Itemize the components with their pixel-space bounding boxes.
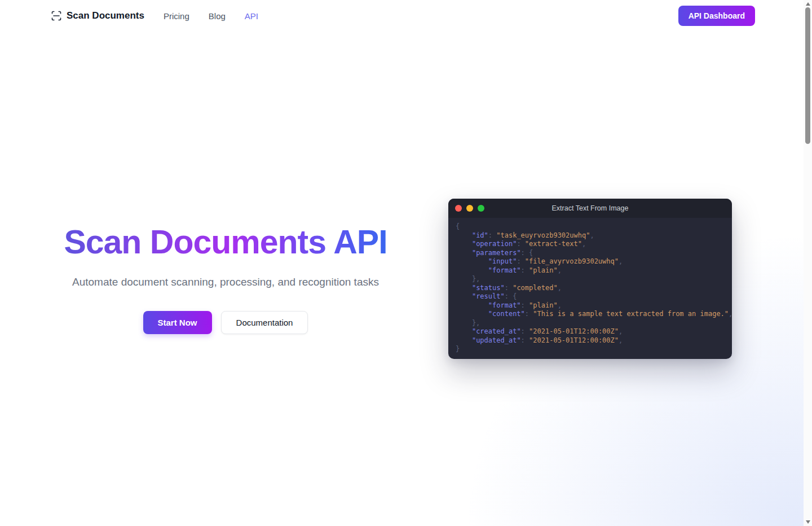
start-now-button[interactable]: Start Now <box>143 311 212 334</box>
code-line: "format": "plain", <box>456 266 732 275</box>
code-content: { "id": "task_euyrvozb9302uwhq", "operat… <box>448 218 732 358</box>
documentation-button[interactable]: Documentation <box>221 311 308 334</box>
code-line: "format": "plain", <box>456 301 732 310</box>
nav-link-blog[interactable]: Blog <box>209 11 226 21</box>
code-line: "status": "completed", <box>456 284 732 293</box>
code-line: "operation": "extract-text", <box>456 240 732 249</box>
hero-text-column: Scan Documents API Automate document sca… <box>50 223 401 335</box>
scrollbar-up-arrow-icon[interactable] <box>806 2 810 6</box>
page-title: Scan Documents API <box>50 223 401 262</box>
hero-subtitle: Automate document scanning, processing, … <box>50 276 401 288</box>
code-window-title: Extract Text From Image <box>448 204 732 212</box>
code-example-window: Extract Text From Image { "id": "task_eu… <box>448 199 732 359</box>
nav-link-pricing[interactable]: Pricing <box>164 11 189 21</box>
hero-section: Scan Documents API Automate document sca… <box>0 32 812 526</box>
hero-actions: Start Now Documentation <box>50 311 401 334</box>
code-line: "id": "task_euyrvozb9302uwhq", <box>456 231 732 240</box>
code-line: "updated_at": "2021-05-01T12:00:00Z", <box>456 336 732 345</box>
scan-icon <box>51 10 62 21</box>
code-line: }, <box>456 319 732 328</box>
code-line: }, <box>456 275 732 284</box>
api-dashboard-button[interactable]: API Dashboard <box>678 6 755 26</box>
code-line: "input": "file_avyrvozb9302uwhq", <box>456 257 732 266</box>
close-window-icon[interactable] <box>455 205 462 212</box>
code-line: "created_at": "2021-05-01T12:00:00Z", <box>456 327 732 336</box>
maximize-window-icon[interactable] <box>478 205 484 212</box>
traffic-lights <box>455 205 484 212</box>
minimize-window-icon[interactable] <box>466 205 473 212</box>
code-window-titlebar: Extract Text From Image <box>448 199 732 218</box>
code-line: { <box>456 222 732 231</box>
nav-link-api[interactable]: API <box>245 11 258 21</box>
scrollbar-thumb[interactable] <box>805 7 810 144</box>
code-line: "parameters": { <box>456 249 732 258</box>
brand-logo[interactable]: Scan Documents <box>51 10 144 21</box>
code-line: } <box>456 345 732 354</box>
top-navbar: Scan Documents Pricing Blog API API Dash… <box>0 0 812 32</box>
code-line: "result": { <box>456 292 732 301</box>
scrollbar-down-arrow-icon[interactable] <box>806 520 810 524</box>
brand-name: Scan Documents <box>67 10 144 21</box>
browser-scrollbar[interactable] <box>804 0 812 526</box>
code-line: "content": "This is a sample text extrac… <box>456 310 732 319</box>
main-nav: Pricing Blog API <box>164 11 258 21</box>
